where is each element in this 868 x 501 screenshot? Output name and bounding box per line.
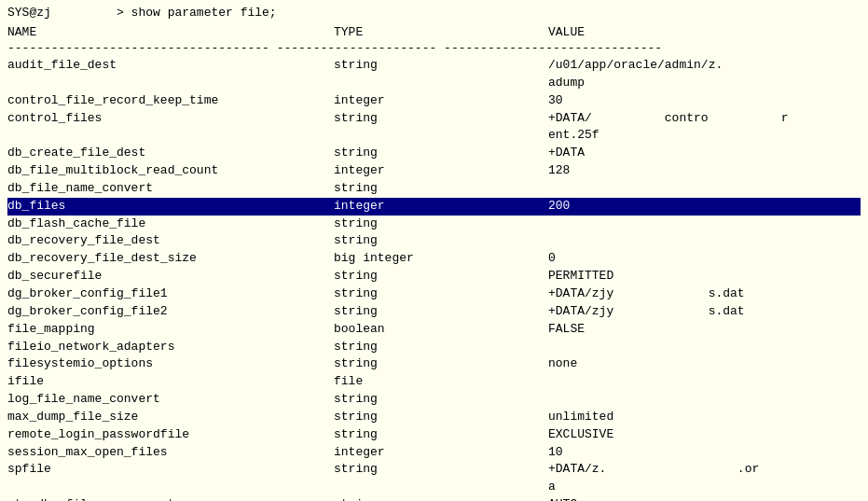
table-row: ifilefile <box>7 373 861 391</box>
param-name: max_dump_file_size <box>7 409 334 426</box>
param-name: spfile <box>7 461 334 479</box>
param-value: /u01/app/oracle/admin/z. <box>548 57 861 75</box>
param-name: remote_login_passwordfile <box>7 426 334 444</box>
table-row: db_file_multiblock_read_countinteger128 <box>7 162 861 180</box>
param-name: session_max_open_files <box>7 444 334 462</box>
param-value <box>548 216 861 233</box>
param-type: integer <box>334 198 548 216</box>
table-row: a <box>7 479 861 496</box>
param-name: db_recovery_file_dest_size <box>7 250 334 268</box>
param-name: db_files <box>7 198 334 216</box>
param-value: +DATA/ contro r <box>548 110 861 128</box>
param-value: unlimited <box>548 409 861 426</box>
table-row: session_max_open_filesinteger10 <box>7 444 861 462</box>
param-type: string <box>334 145 548 162</box>
param-type: string <box>334 355 548 373</box>
param-value: FALSE <box>548 321 861 339</box>
param-value: adump <box>548 75 861 92</box>
param-name: log_file_name_convert <box>7 391 334 409</box>
table-row: db_create_file_deststring+DATA <box>7 145 861 162</box>
param-name: filesystemio_options <box>7 355 334 373</box>
table-row: db_securefilestringPERMITTED <box>7 268 861 285</box>
table-row: remote_login_passwordfilestringEXCLUSIVE <box>7 426 861 444</box>
param-type: string <box>334 57 548 75</box>
param-name: control_files <box>7 110 334 128</box>
parameter-table: NAME TYPE VALUE ------------------------… <box>7 25 861 501</box>
param-type: big integer <box>334 250 548 268</box>
table-row: standby_file_managementstringAUTO <box>7 496 861 501</box>
table-header: NAME TYPE VALUE <box>7 25 861 39</box>
table-row: audit_file_deststring/u01/app/oracle/adm… <box>7 57 861 75</box>
param-type: string <box>334 496 548 501</box>
param-name: audit_file_dest <box>7 57 334 75</box>
param-name: dg_broker_config_file1 <box>7 285 334 303</box>
param-value <box>548 339 861 356</box>
param-type <box>334 75 548 92</box>
table-row: db_file_name_convertstring <box>7 180 861 198</box>
param-value <box>548 373 861 391</box>
terminal-window: SYS@zj > show parameter file; NAME TYPE … <box>0 0 868 501</box>
table-row: dg_broker_config_file1string+DATA/zjy s.… <box>7 285 861 303</box>
param-value: 128 <box>548 162 861 180</box>
table-row: db_flash_cache_filestring <box>7 216 861 233</box>
table-row: db_recovery_file_dest_sizebig integer0 <box>7 250 861 268</box>
param-type: string <box>334 268 548 285</box>
param-name <box>7 75 334 92</box>
table-row: control_file_record_keep_timeinteger30 <box>7 92 861 110</box>
param-type: string <box>334 216 548 233</box>
param-type: integer <box>334 444 548 462</box>
param-value: EXCLUSIVE <box>548 426 861 444</box>
param-value <box>548 232 861 250</box>
param-name: dg_broker_config_file2 <box>7 303 334 321</box>
param-type: string <box>334 409 548 426</box>
table-row: db_filesinteger200 <box>7 198 861 216</box>
param-type: integer <box>334 162 548 180</box>
param-type: string <box>334 426 548 444</box>
param-value: ent.25f <box>548 127 861 145</box>
table-row: file_mappingbooleanFALSE <box>7 321 861 339</box>
param-value: +DATA/z. .or <box>548 461 861 479</box>
param-name: db_file_name_convert <box>7 180 334 198</box>
param-type: integer <box>334 92 548 110</box>
param-name: standby_file_management <box>7 496 334 501</box>
col-header-name: NAME <box>7 25 334 39</box>
param-value: +DATA <box>548 145 861 162</box>
param-value: 10 <box>548 444 861 462</box>
param-type <box>334 479 548 496</box>
param-type <box>334 127 548 145</box>
table-row: spfilestring+DATA/z. .or <box>7 461 861 479</box>
param-type: string <box>334 285 548 303</box>
param-value: +DATA/zjy s.dat <box>548 285 861 303</box>
param-type: string <box>334 461 548 479</box>
table-divider: ------------------------------------ ---… <box>7 41 861 55</box>
table-row: ent.25f <box>7 127 861 145</box>
param-name: db_flash_cache_file <box>7 216 334 233</box>
param-name: db_recovery_file_dest <box>7 232 334 250</box>
param-name: fileio_network_adapters <box>7 339 334 356</box>
table-row: log_file_name_convertstring <box>7 391 861 409</box>
param-value: 200 <box>548 198 861 216</box>
param-name: db_file_multiblock_read_count <box>7 162 334 180</box>
command-line: SYS@zj > show parameter file; <box>7 6 861 20</box>
table-row: adump <box>7 75 861 92</box>
param-name <box>7 127 334 145</box>
param-type: file <box>334 373 548 391</box>
param-type: string <box>334 110 548 128</box>
param-name: file_mapping <box>7 321 334 339</box>
param-value: none <box>548 355 861 373</box>
param-value: 0 <box>548 250 861 268</box>
param-value <box>548 180 861 198</box>
param-name: db_securefile <box>7 268 334 285</box>
table-row: control_filesstring+DATA/ contro r <box>7 110 861 128</box>
param-type: boolean <box>334 321 548 339</box>
table-row: max_dump_file_sizestringunlimited <box>7 409 861 426</box>
param-name: db_create_file_dest <box>7 145 334 162</box>
param-type: string <box>334 180 548 198</box>
param-value <box>548 391 861 409</box>
table-row: dg_broker_config_file2string+DATA/zjy s.… <box>7 303 861 321</box>
param-name: control_file_record_keep_time <box>7 92 334 110</box>
table-row: filesystemio_optionsstringnone <box>7 355 861 373</box>
param-type: string <box>334 232 548 250</box>
param-name: ifile <box>7 373 334 391</box>
table-row: fileio_network_adaptersstring <box>7 339 861 356</box>
